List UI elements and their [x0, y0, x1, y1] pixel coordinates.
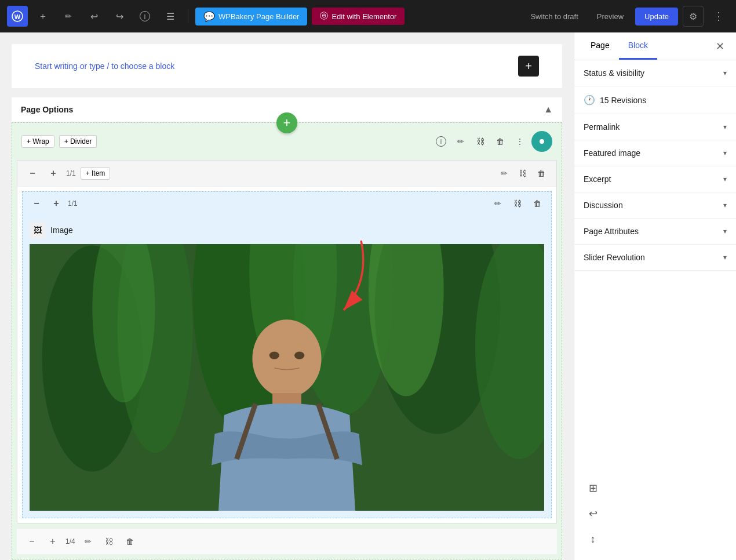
more-options-button[interactable]: ⋮ — [708, 6, 729, 27]
add-block-button[interactable]: + — [518, 56, 539, 77]
tab-page[interactable]: Page — [581, 32, 619, 60]
inner-counter: 1/1 — [68, 199, 78, 208]
slider-revolution-section: Slider Revolution ▾ — [574, 245, 736, 271]
status-visibility-header[interactable]: Status & visibility ▾ — [574, 60, 736, 86]
page-options-title: Page Options — [21, 105, 73, 114]
slider-revolution-label: Slider Revolution — [584, 253, 645, 262]
redo-icon: ↪ — [116, 11, 123, 22]
permalink-section: Permalink ▾ — [574, 114, 736, 140]
row-delete-button[interactable]: 🗑 — [492, 133, 508, 150]
inner-minus-button[interactable]: − — [28, 195, 45, 212]
excerpt-header[interactable]: Excerpt ▾ — [574, 166, 736, 192]
info-icon: i — [140, 11, 150, 21]
grid-view-button[interactable]: ⊞ — [584, 479, 602, 497]
bottom-toolbar: − + 1/4 ✏ ⛓ 🗑 — [17, 528, 557, 554]
switch-to-draft-button[interactable]: Switch to draft — [523, 9, 585, 24]
revisions-count: 15 Revisions — [600, 96, 646, 105]
svg-point-17 — [294, 352, 304, 359]
topbar: W ＋ ✏ ↩ ↪ i ☰ 💬 WPBakery Page Builder ⓔ … — [0, 0, 736, 32]
elementor-button[interactable]: ⓔ Edit with Elementor — [312, 8, 405, 25]
item-plus-button[interactable]: + — [45, 165, 61, 181]
undo-sidebar-button[interactable]: ↩ — [584, 504, 602, 523]
link-icon: ⛓ — [476, 137, 484, 146]
add-block-topbar-button[interactable]: ＋ — [32, 6, 53, 27]
divider-button[interactable]: + Divider — [59, 135, 97, 148]
inner-delete-button[interactable]: 🗑 — [529, 195, 545, 212]
featured-image-header[interactable]: Featured image ▾ — [574, 140, 736, 166]
sort-icon: ↕ — [591, 533, 596, 546]
permalink-chevron-icon: ▾ — [723, 123, 727, 131]
discussion-label: Discussion — [584, 201, 623, 210]
permalink-label: Permalink — [584, 122, 620, 132]
row-more-button[interactable]: ⋮ — [512, 133, 528, 150]
add-icon: ＋ — [38, 10, 48, 23]
page-attributes-header[interactable]: Page Attributes ▾ — [574, 219, 736, 244]
bottom-plus-button[interactable]: + — [45, 533, 61, 550]
settings-button[interactable]: ⚙ — [683, 6, 704, 27]
add-center-button[interactable]: + — [276, 112, 297, 133]
info-button[interactable]: i — [134, 6, 155, 27]
row-toolbar-right: i ✏ ⛓ 🗑 ⋮ — [433, 131, 552, 152]
inner-plus-button[interactable]: + — [48, 195, 64, 212]
trash-icon: 🗑 — [496, 137, 504, 146]
preview-button[interactable]: Preview — [590, 9, 631, 24]
inner-row-header: − + 1/1 ✏ ⛓ — [23, 192, 551, 215]
bottom-link-button[interactable]: ⛓ — [101, 533, 117, 550]
bottom-link-icon: ⛓ — [105, 537, 113, 546]
image-icon-box: 🖼 — [30, 222, 46, 238]
wpbakery-button[interactable]: 💬 WPBakery Page Builder — [195, 8, 307, 26]
wpbakery-avatar — [531, 131, 552, 152]
sidebar-close-button[interactable]: ✕ — [711, 37, 729, 56]
item-row: − + 1/1 + Item ✏ ⛓ — [17, 160, 557, 523]
item-minus-button[interactable]: − — [24, 165, 41, 181]
item-edit-button[interactable]: ✏ — [496, 165, 512, 181]
bottom-minus-button[interactable]: − — [24, 533, 40, 550]
discussion-header[interactable]: Discussion ▾ — [574, 192, 736, 218]
plus-center-icon: + — [283, 115, 291, 130]
bottom-edit-button[interactable]: ✏ — [80, 533, 96, 550]
sort-button[interactable]: ↕ — [584, 530, 602, 548]
row-edit-button[interactable]: ✏ — [453, 133, 469, 150]
slider-revolution-header[interactable]: Slider Revolution ▾ — [574, 245, 736, 270]
bottom-edit-icon: ✏ — [85, 537, 92, 546]
item-link-icon: ⛓ — [519, 169, 527, 178]
item-delete-button[interactable]: 🗑 — [533, 165, 549, 181]
menu-button[interactable]: ☰ — [160, 6, 181, 27]
inner-edit-button[interactable]: ✏ — [490, 195, 506, 212]
tab-block[interactable]: Block — [619, 32, 657, 60]
update-button[interactable]: Update — [635, 8, 678, 26]
featured-image-section: Featured image ▾ — [574, 140, 736, 166]
revisions-row[interactable]: 🕐 15 Revisions — [574, 86, 736, 114]
excerpt-section: Excerpt ▾ — [574, 166, 736, 192]
sidebar-tab-group: Page Block — [581, 32, 657, 60]
redo-button[interactable]: ↪ — [109, 6, 130, 27]
item-trash-icon: 🗑 — [537, 169, 545, 178]
item-link-button[interactable]: ⛓ — [515, 165, 531, 181]
undo-button[interactable]: ↩ — [83, 6, 104, 27]
sidebar-bottom-icons: ⊞ ↩ ↕ — [574, 467, 736, 560]
wrap-button[interactable]: + Wrap — [21, 135, 54, 148]
row-info-button[interactable]: i — [433, 133, 449, 150]
item-edit-icon: ✏ — [501, 169, 508, 178]
undo-icon: ↩ — [90, 11, 98, 22]
permalink-header[interactable]: Permalink ▾ — [574, 114, 736, 140]
featured-image-chevron-icon: ▾ — [723, 149, 727, 157]
inner-row-left: − + 1/1 — [28, 195, 78, 212]
more-icon: ⋮ — [713, 10, 724, 23]
image-block: 🖼 Image — [23, 215, 551, 518]
plus-icon: + — [525, 60, 532, 73]
row-toolbar-left: + Wrap + Divider — [21, 135, 97, 148]
inner-row-right: ✏ ⛓ 🗑 — [490, 195, 545, 212]
edit-button[interactable]: ✏ — [58, 6, 79, 27]
editor-content: Start writing or type / to choose a bloc… — [12, 44, 562, 560]
inner-link-button[interactable]: ⛓ — [509, 195, 526, 212]
bottom-delete-button[interactable]: 🗑 — [122, 533, 138, 550]
svg-point-3 — [540, 139, 544, 144]
slider-revolution-chevron-icon: ▾ — [723, 253, 727, 261]
bottom-counter: 1/4 — [65, 537, 75, 546]
inner-row: − + 1/1 ✏ ⛓ — [22, 191, 552, 518]
add-item-button[interactable]: + Item — [81, 167, 111, 180]
page-options-toggle-button[interactable]: ▲ — [544, 104, 553, 115]
topbar-divider — [188, 9, 188, 23]
row-link-button[interactable]: ⛓ — [472, 133, 489, 150]
